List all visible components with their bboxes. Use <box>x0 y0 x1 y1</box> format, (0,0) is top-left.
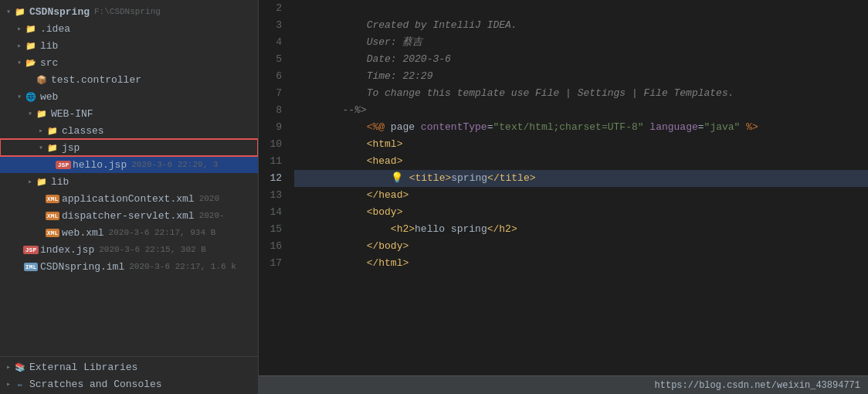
code-text-11e: </title> <box>487 172 535 184</box>
tree-item-webxml[interactable]: XML web.xml 2020-3-6 22:17, 934 B <box>0 224 258 241</box>
package-icon: 📦 <box>36 73 48 86</box>
code-text-13a <box>342 206 366 218</box>
lib2-label: lib <box>51 176 69 188</box>
comment-text-7: --%> <box>342 104 366 116</box>
tree-item-lib2[interactable]: 📁 lib <box>0 173 258 190</box>
code-text-11d: spring <box>451 172 487 184</box>
code-text-14b: <h2> <box>391 223 415 235</box>
tree-item-dispatcher[interactable]: XML dispatcher-servlet.xml 2020- <box>0 207 258 224</box>
code-text-14d: </h2> <box>487 223 517 235</box>
tree-item-classes[interactable]: 📁 classes <box>0 122 258 139</box>
project-panel: 📁 CSDNspring F:\CSDNspring 📁 .idea 📁 lib… <box>0 0 259 394</box>
tree-arrow-web <box>14 92 25 101</box>
webxml-label: web.xml <box>62 227 104 239</box>
folder-icon-jsp: 📁 <box>46 141 59 154</box>
tree-arrow-lib1 <box>14 41 25 50</box>
code-text-14a <box>342 223 390 235</box>
folder-icon-classes: 📁 <box>46 124 59 137</box>
line-num-14: 14 <box>259 204 282 221</box>
code-text-17 <box>342 274 348 286</box>
tree-item-ext-libs[interactable]: 📚 External Libraries <box>0 358 258 375</box>
tree-arrow-ext-libs <box>3 362 14 372</box>
code-text-11a <box>342 172 390 184</box>
code-lines[interactable]: Created by IntelliJ IDEA. User: 蔡吉 Date:… <box>290 0 868 375</box>
tree-item-web[interactable]: 🌐 web <box>0 88 258 105</box>
tree-item-jsp[interactable]: 📁 jsp <box>0 139 258 156</box>
code-text-9a <box>342 138 366 150</box>
tree-arrow-scratches <box>3 379 14 389</box>
classes-label: classes <box>62 125 104 137</box>
bottom-tree-items: 📚 External Libraries ✏️ Scratches and Co… <box>0 356 258 394</box>
tree-item-lib1[interactable]: 📁 lib <box>0 37 258 54</box>
comment-text-3: User: 蔡吉 <box>342 36 422 48</box>
line-num-8: 8 <box>259 102 282 119</box>
code-text-10a <box>342 155 366 167</box>
code-text-12b: </head> <box>367 189 409 201</box>
indexjsp-meta: 2020-3-6 22:15, 302 B <box>99 245 206 254</box>
ext-libs-icon: 📚 <box>14 361 26 373</box>
code-text-8f: "text/html;charset=UTF-8" <box>493 121 644 133</box>
src-label: src <box>40 57 58 69</box>
dispatcher-meta: 2020- <box>199 211 225 220</box>
line-num-13: 13 <box>259 187 282 204</box>
tree-item-src[interactable]: 📂 src <box>0 54 258 71</box>
tree-arrow-idea <box>14 24 25 33</box>
line-num-2: 2 <box>259 0 282 17</box>
code-area[interactable]: 2 3 4 5 6 7 8 9 10 11 12 13 14 15 16 17 … <box>259 0 868 375</box>
xml-icon-webxml: XML <box>46 226 59 239</box>
xml-icon-dispatcher: XML <box>46 209 59 222</box>
code-line-2: Created by IntelliJ IDEA. <box>294 0 868 17</box>
line-num-11: 11 <box>259 153 282 170</box>
hellojsp-label: hello.jsp <box>73 159 127 171</box>
code-text-8j: "java" <box>704 121 741 133</box>
comment-text-5: Time: 22:29 <box>342 70 432 82</box>
folder-icon-lib1: 📁 <box>25 39 37 52</box>
status-url: https://blog.csdn.net/weixin_43894771 <box>655 380 860 391</box>
appctx-label: applicationContext.xml <box>62 193 195 205</box>
tree-arrow-lib2 <box>25 177 36 186</box>
bulb-icon: 💡 <box>391 172 403 184</box>
line-num-17: 17 <box>259 255 282 272</box>
comment-text-4: Date: 2020-3-6 <box>342 53 450 65</box>
iml-label: CSDNspring.iml <box>40 261 124 273</box>
project-icon: 📁 <box>14 5 26 18</box>
tree-item-controller[interactable]: 📦 test.controller <box>0 71 258 88</box>
tree-item-appctx[interactable]: XML applicationContext.xml 2020 <box>0 190 258 207</box>
iml-meta: 2020-3-6 22:17, 1.6 k <box>129 262 236 271</box>
tree-item-webinf[interactable]: 📁 WEB-INF <box>0 105 258 122</box>
controller-label: test.controller <box>51 74 141 86</box>
lib1-label: lib <box>40 40 58 52</box>
folder-icon-idea: 📁 <box>25 22 37 35</box>
code-text-8d: contentType <box>421 121 487 133</box>
line-num-9: 9 <box>259 119 282 136</box>
tree-item-idea[interactable]: 📁 .idea <box>0 20 258 37</box>
code-line-8: <%@ page contentType="text/html;charset=… <box>294 102 868 119</box>
code-text-11c: <title> <box>409 172 452 184</box>
dispatcher-label: dispatcher-servlet.xml <box>62 210 195 222</box>
tree-arrow-jsp <box>36 143 46 152</box>
tree-item-root[interactable]: 📁 CSDNspring F:\CSDNspring <box>0 3 258 20</box>
code-text-8a <box>342 121 366 133</box>
tree-item-scratches[interactable]: ✏️ Scratches and Consoles <box>0 375 258 392</box>
line-num-12: 12 <box>259 170 282 187</box>
folder-icon-lib2: 📁 <box>36 175 48 188</box>
jsp-icon-index: JSP <box>25 243 37 256</box>
tree-item-iml[interactable]: IML CSDNspring.iml 2020-3-6 22:17, 1.6 k <box>0 258 258 275</box>
code-text-8e: = <box>487 121 493 133</box>
tree-arrow-src <box>14 58 25 67</box>
scratches-label: Scratches and Consoles <box>29 379 162 390</box>
code-text-10b: <head> <box>367 155 403 167</box>
webinf-label: WEB-INF <box>51 108 93 120</box>
web-label: web <box>40 91 58 103</box>
line-numbers: 2 3 4 5 6 7 8 9 10 11 12 13 14 15 16 17 <box>259 0 290 375</box>
tree-item-indexjsp[interactable]: JSP index.jsp 2020-3-6 22:15, 302 B <box>0 241 258 258</box>
folder-icon-src: 📂 <box>25 56 37 69</box>
code-text-9b: <html> <box>367 138 403 150</box>
file-tree: 📁 CSDNspring F:\CSDNspring 📁 .idea 📁 lib… <box>0 0 258 356</box>
ext-libs-label: External Libraries <box>29 362 137 373</box>
tree-item-hellojsp[interactable]: JSP hello.jsp 2020-3-6 22:29, 3 <box>0 156 258 173</box>
folder-icon-web: 🌐 <box>25 90 37 103</box>
code-text-13b: <body> <box>367 206 403 218</box>
line-num-4: 4 <box>259 34 282 51</box>
code-text-8c: page <box>385 121 421 133</box>
